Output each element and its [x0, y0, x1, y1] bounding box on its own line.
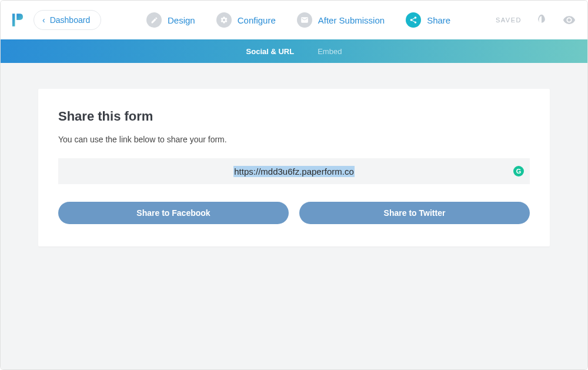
- nav-tab-share[interactable]: Share: [406, 12, 450, 28]
- svg-rect-0: [12, 14, 15, 26]
- share-title: Share this form: [58, 109, 530, 124]
- nav-tab-label: Share: [427, 15, 450, 25]
- sub-nav: Social & URL Embed: [1, 39, 587, 63]
- nav-tab-design[interactable]: Design: [146, 12, 195, 28]
- contrast-icon[interactable]: [536, 14, 549, 26]
- top-header: ‹ Dashboard Design Configure After Submi…: [1, 1, 587, 39]
- chevron-left-icon: ‹: [42, 15, 45, 25]
- sub-nav-embed[interactable]: Embed: [318, 47, 342, 56]
- mail-icon: [297, 12, 312, 28]
- share-url-box[interactable]: https://mdd3u6fz.paperform.co G: [58, 158, 530, 184]
- content-area: Share this form You can use the link bel…: [1, 63, 587, 369]
- nav-tab-label: After Submission: [318, 15, 385, 25]
- share-subtitle: You can use the link below to share your…: [58, 135, 530, 144]
- saved-label: SAVED: [496, 16, 522, 24]
- sub-nav-social-url[interactable]: Social & URL: [246, 47, 295, 56]
- back-button[interactable]: ‹ Dashboard: [34, 10, 101, 30]
- pencil-icon: [146, 12, 162, 28]
- share-card: Share this form You can use the link bel…: [38, 89, 550, 246]
- share-button-row: Share to Facebook Share to Twitter: [58, 202, 530, 224]
- share-facebook-button[interactable]: Share to Facebook: [58, 202, 289, 224]
- eye-icon[interactable]: [563, 14, 576, 26]
- logo-icon: [12, 13, 24, 27]
- back-label: Dashboard: [50, 15, 91, 25]
- nav-tabs: Design Configure After Submission Share: [146, 12, 450, 28]
- nav-tab-configure[interactable]: Configure: [216, 12, 276, 28]
- share-icon: [406, 12, 421, 28]
- share-twitter-button[interactable]: Share to Twitter: [299, 202, 530, 224]
- nav-tab-label: Configure: [238, 15, 276, 25]
- share-url[interactable]: https://mdd3u6fz.paperform.co: [233, 166, 354, 177]
- grammarly-icon[interactable]: G: [513, 166, 524, 176]
- nav-tab-label: Design: [168, 15, 195, 25]
- gear-icon: [216, 12, 232, 28]
- header-right: SAVED: [496, 14, 576, 26]
- nav-tab-after-submission[interactable]: After Submission: [297, 12, 385, 28]
